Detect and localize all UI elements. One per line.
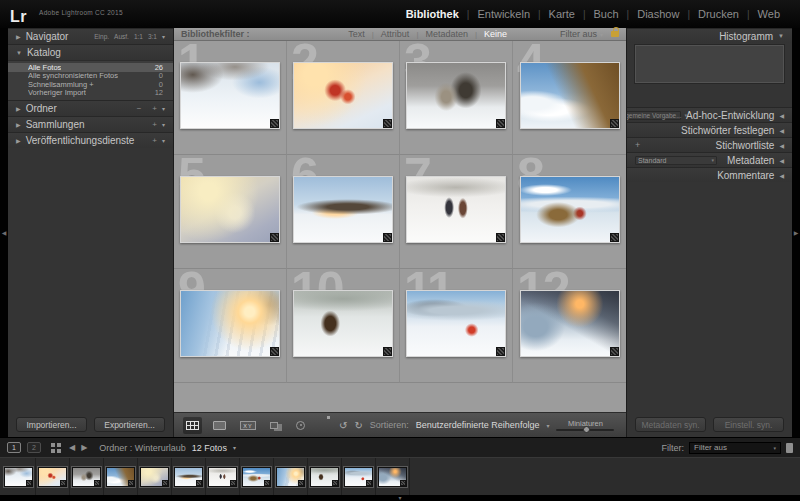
- catalog-item[interactable]: Schnellsammlung +0: [8, 80, 173, 89]
- filmstrip-cell[interactable]: [376, 458, 410, 495]
- collection-badge-icon[interactable]: [383, 119, 392, 128]
- filmstrip-cell[interactable]: [36, 458, 70, 495]
- module-tab-karte[interactable]: Karte: [541, 8, 583, 20]
- filmstrip-cell[interactable]: [138, 458, 172, 495]
- slider-thumb[interactable]: [583, 426, 590, 433]
- panel-header-katalog[interactable]: ▼ Katalog: [8, 44, 173, 60]
- collection-badge-icon[interactable]: [496, 119, 505, 128]
- filmstrip-thumbnail[interactable]: [72, 467, 101, 487]
- panel-header-sammlungen[interactable]: ▶ Sammlungen + ▾: [8, 116, 173, 132]
- grid-view-button[interactable]: [183, 417, 202, 434]
- panel-header-stichwoerter-festlegen[interactable]: Stichwörter festlegen ◀: [627, 122, 792, 137]
- export-button[interactable]: Exportieren...: [94, 417, 165, 432]
- grid-cell[interactable]: 6: [287, 155, 400, 269]
- compare-view-button[interactable]: XY: [237, 417, 259, 434]
- photo-thumbnail[interactable]: [406, 176, 506, 243]
- panel-header-ad-hoc-entwicklung[interactable]: Allgemeine Vorgabe... ▾ Ad-hoc-Entwicklu…: [627, 107, 792, 122]
- photo-thumbnail[interactable]: [293, 62, 393, 129]
- collection-badge-icon[interactable]: [496, 233, 505, 242]
- collection-badge-icon[interactable]: [610, 347, 619, 356]
- collection-badge-icon[interactable]: [270, 119, 279, 128]
- filmstrip-thumbnail[interactable]: [310, 467, 339, 487]
- metadata-preset-dropdown[interactable]: Standard ▾: [635, 156, 717, 165]
- module-tab-buch[interactable]: Buch: [586, 8, 627, 20]
- add-publish-service-button[interactable]: +: [152, 136, 157, 145]
- grid-cell[interactable]: 4: [513, 41, 626, 155]
- right-panel-collapse-strip[interactable]: ▶: [792, 28, 800, 437]
- collection-badge-icon[interactable]: [94, 480, 100, 486]
- grid-cell[interactable]: 9: [174, 269, 287, 383]
- navigator-zoom-level[interactable]: Ausf.: [114, 33, 129, 40]
- collection-badge-icon[interactable]: [230, 480, 236, 486]
- grid-cell[interactable]: 10: [287, 269, 400, 383]
- add-collection-button[interactable]: +: [152, 120, 157, 129]
- photo-thumbnail[interactable]: [406, 62, 506, 129]
- histogram-display[interactable]: [635, 45, 784, 83]
- filmstrip-cell[interactable]: [240, 458, 274, 495]
- module-tab-diashow[interactable]: Diashow: [629, 8, 687, 20]
- filmstrip-cell[interactable]: [308, 458, 342, 495]
- catalog-item[interactable]: Vorheriger Import12: [8, 89, 173, 98]
- panel-header-veroeffentlichungsdienste[interactable]: ▶ Veröffentlichungsdienste + ▾: [8, 132, 173, 148]
- grid-cell[interactable]: 3: [400, 41, 513, 155]
- sort-order-dropdown[interactable]: Benutzerdefinierte Reihenfolge: [416, 420, 540, 430]
- filmstrip-source-breadcrumb[interactable]: Ordner : Winterurlaub: [99, 443, 186, 453]
- navigator-zoom-level[interactable]: Einp.: [94, 33, 109, 40]
- add-folder-button[interactable]: +: [152, 104, 157, 113]
- filmstrip-cell[interactable]: [342, 458, 376, 495]
- collection-badge-icon[interactable]: [128, 480, 134, 486]
- photo-thumbnail[interactable]: [520, 290, 620, 357]
- collection-badge-icon[interactable]: [383, 233, 392, 242]
- filmstrip-cell[interactable]: [274, 458, 308, 495]
- catalog-item[interactable]: Alle Fotos26: [8, 63, 173, 72]
- grid-cell[interactable]: 12: [513, 269, 626, 383]
- secondary-monitor-button[interactable]: 2: [27, 442, 41, 453]
- collection-badge-icon[interactable]: [400, 480, 406, 486]
- filter-preset-dropdown[interactable]: Filter aus: [560, 29, 597, 39]
- panel-header-ordner[interactable]: ▶ Ordner − + ▾: [8, 100, 173, 116]
- filmstrip-photo-count[interactable]: 12 Fotos: [192, 443, 227, 453]
- filter-option-keine[interactable]: Keine: [477, 29, 514, 39]
- filmstrip-thumbnail[interactable]: [174, 467, 203, 487]
- grid-cell[interactable]: 1: [174, 41, 287, 155]
- filmstrip-thumbnail[interactable]: [106, 467, 135, 487]
- collection-badge-icon[interactable]: [496, 347, 505, 356]
- module-tab-web[interactable]: Web: [750, 8, 788, 20]
- rotate-right-icon[interactable]: ↻: [354, 420, 362, 431]
- remove-folder-button[interactable]: −: [137, 104, 142, 113]
- survey-view-button[interactable]: [267, 417, 285, 434]
- sync-settings-button[interactable]: Einstell. syn.: [713, 417, 784, 432]
- module-tab-bibliothek[interactable]: Bibliothek: [398, 8, 467, 20]
- filmstrip-cell[interactable]: [206, 458, 240, 495]
- filmstrip-thumbnail[interactable]: [242, 467, 271, 487]
- filmstrip-filter-dropdown[interactable]: Filter aus ▾: [689, 442, 781, 454]
- filmstrip-cell[interactable]: [104, 458, 138, 495]
- collection-badge-icon[interactable]: [332, 480, 338, 486]
- collection-badge-icon[interactable]: [610, 119, 619, 128]
- sync-metadata-button[interactable]: Metadaten syn.: [635, 417, 706, 432]
- filmstrip-cell[interactable]: [2, 458, 36, 495]
- collection-badge-icon[interactable]: [366, 480, 372, 486]
- filmstrip-cell[interactable]: [172, 458, 206, 495]
- filmstrip-thumbnail[interactable]: [276, 467, 305, 487]
- filter-option-metadaten[interactable]: Metadaten: [418, 29, 475, 39]
- panel-header-kommentare[interactable]: Kommentare ◀: [627, 167, 792, 182]
- grid-cell[interactable]: 11: [400, 269, 513, 383]
- loupe-view-button[interactable]: [210, 417, 229, 434]
- forward-arrow-icon[interactable]: ▶: [81, 443, 87, 452]
- grid-cell[interactable]: 8: [513, 155, 626, 269]
- filmstrip-thumbnail[interactable]: [140, 467, 169, 487]
- primary-monitor-button[interactable]: 1: [7, 442, 21, 453]
- collection-badge-icon[interactable]: [383, 347, 392, 356]
- filmstrip-thumbnail[interactable]: [208, 467, 237, 487]
- photo-thumbnail[interactable]: [180, 290, 280, 357]
- collection-badge-icon[interactable]: [270, 347, 279, 356]
- photo-thumbnail[interactable]: [293, 176, 393, 243]
- photo-thumbnail[interactable]: [293, 290, 393, 357]
- photo-thumbnail[interactable]: [520, 62, 620, 129]
- collection-badge-icon[interactable]: [26, 480, 32, 486]
- collection-badge-icon[interactable]: [264, 480, 270, 486]
- navigator-zoom-level[interactable]: 3:1: [148, 33, 157, 40]
- catalog-item[interactable]: Alle synchronisierten Fotos0: [8, 72, 173, 81]
- filter-option-attribut[interactable]: Attribut: [374, 29, 417, 39]
